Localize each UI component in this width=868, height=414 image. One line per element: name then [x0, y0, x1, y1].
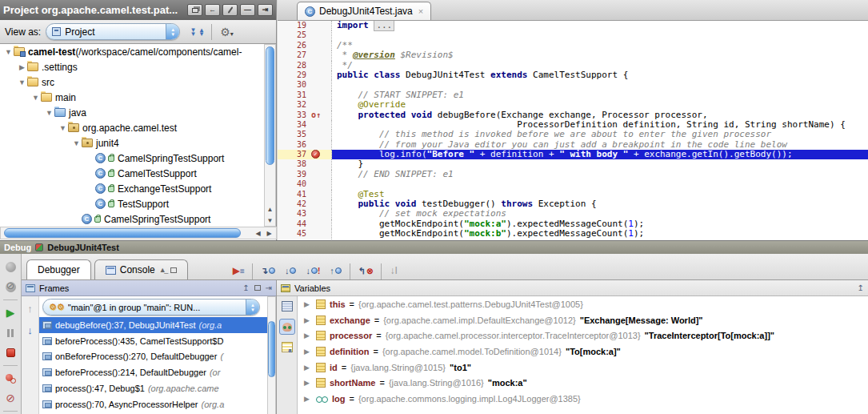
- collapse-arrow-icon[interactable]: ▼: [17, 78, 27, 86]
- collapse-arrow-icon[interactable]: ▼: [71, 139, 82, 147]
- mute-breakpoints-button[interactable]: ⊘: [0, 388, 21, 408]
- breakpoint-icon[interactable]: ✓: [311, 150, 320, 159]
- scroll-down-button[interactable]: ▼: [265, 215, 275, 226]
- show-execution-point-button[interactable]: ▶≡: [233, 262, 244, 279]
- restore-icon[interactable]: ↥: [242, 283, 249, 292]
- tree-item[interactable]: CCamelSpringTestSupport: [0, 151, 264, 166]
- settings-gear-button[interactable]: ⚙▾: [220, 26, 234, 38]
- scrollbar-thumb[interactable]: [268, 321, 275, 377]
- variable-item[interactable]: ▶shortName = {java.lang.String@1016}"moc…: [298, 375, 868, 391]
- step-over-button[interactable]: ↴: [261, 262, 275, 279]
- pause-button[interactable]: [0, 323, 21, 343]
- frame-item[interactable]: beforeProcess():214, DefaultDebugger (or: [39, 364, 267, 380]
- debug-title-bar[interactable]: Debug DebugJUnit4Test: [0, 241, 868, 254]
- collapse-arrow-icon[interactable]: ▼: [30, 94, 41, 102]
- scroll-up-button[interactable]: ▲: [265, 204, 275, 215]
- restore-icon[interactable]: ↥: [858, 283, 864, 292]
- float-window-button[interactable]: [187, 4, 202, 16]
- variables-header[interactable]: Variables ↥: [277, 280, 868, 296]
- stop-button[interactable]: [0, 343, 21, 363]
- project-title-bar[interactable]: Project org.apache.camel.test.pat... ← —…: [0, 0, 276, 20]
- variable-item[interactable]: ▶log = {org.apache.commons.logging.impl.…: [298, 391, 868, 407]
- tree-item[interactable]: CCamelTestSupport: [0, 166, 264, 181]
- variable-item[interactable]: ▶definition = {org.apache.camel.model.To…: [298, 344, 868, 360]
- evaluate-expression-button[interactable]: [282, 301, 293, 312]
- float-panel-icon[interactable]: [254, 285, 261, 291]
- expand-arrow-icon[interactable]: ▶: [304, 332, 312, 340]
- float-console-icon[interactable]: [170, 267, 177, 273]
- view-breakpoints-button[interactable]: [0, 368, 21, 388]
- code-editor[interactable]: 19import ...2526/**27 * @version $Revisi…: [278, 21, 868, 240]
- value-icon: [316, 331, 326, 340]
- collapse-arrow-icon[interactable]: ▼: [44, 109, 54, 117]
- tree-item[interactable]: ▼org.apache.camel.test: [0, 120, 264, 135]
- expand-arrow-icon[interactable]: ▶: [304, 364, 312, 372]
- dock-button[interactable]: ⇥: [258, 4, 273, 16]
- resume-button[interactable]: ▶: [0, 303, 21, 323]
- variable-item[interactable]: ▶processor = {org.apache.camel.processor…: [298, 328, 868, 344]
- previous-frame-button[interactable]: ↑: [27, 303, 33, 315]
- expand-all-button[interactable]: ▾▾: [191, 28, 195, 36]
- tab-debugger[interactable]: Debugger: [26, 259, 91, 279]
- expand-arrow-icon[interactable]: ▶: [304, 379, 312, 387]
- tree-item[interactable]: ▶.settings: [0, 59, 264, 74]
- variable-item[interactable]: ▶this = {org.apache.camel.test.patterns.…: [298, 296, 868, 312]
- frame-item[interactable]: beforeProcess():435, CamelTestSupport$D: [39, 333, 267, 349]
- step-into-button[interactable]: ↓: [285, 262, 297, 279]
- tree-item[interactable]: ▼src: [0, 74, 264, 90]
- pop-frame-button[interactable]: ↰⊗: [358, 262, 374, 279]
- variable-item[interactable]: ▶id = {java.lang.String@1015}"to1": [298, 360, 868, 376]
- run-to-cursor-button[interactable]: ↓I: [390, 262, 397, 279]
- scrollbar-thumb[interactable]: [4, 228, 241, 238]
- scroll-left-button[interactable]: ◀: [253, 228, 263, 239]
- tree-item[interactable]: ▼junit4: [0, 135, 264, 151]
- tree-item[interactable]: ▼java: [0, 105, 264, 120]
- next-frame-button[interactable]: ↓: [27, 324, 33, 336]
- expand-arrow-icon[interactable]: ▶: [304, 348, 312, 356]
- watches-button[interactable]: [279, 319, 295, 335]
- settings-wand-button[interactable]: [222, 4, 238, 16]
- step-out-button[interactable]: ↑: [330, 262, 342, 279]
- collapse-arrow-icon[interactable]: ▼: [3, 48, 14, 56]
- close-tab-icon[interactable]: ×: [418, 6, 423, 16]
- frame-item[interactable]: onBeforeProcess():270, DefaultDebugger (: [39, 349, 267, 365]
- project-tree[interactable]: ▼camel-test (/workspace/camel/components…: [0, 44, 264, 227]
- expand-arrow-icon[interactable]: ▶: [304, 316, 312, 324]
- force-step-into-button[interactable]: ↓!: [306, 262, 320, 279]
- frame-item[interactable]: process():47, Debug$1 (org.apache.came: [39, 380, 267, 396]
- frame-item[interactable]: debugBefore():37, DebugJUnit4Test (org.a: [39, 317, 267, 333]
- editor-tab-debugjunit4test[interactable]: C DebugJUnit4Test.java ×: [297, 2, 431, 20]
- rerun-button[interactable]: [0, 257, 21, 277]
- tree-horizontal-scrollbar[interactable]: ◀ ▶: [0, 227, 277, 239]
- scroll-from-source-button[interactable]: ←: [205, 4, 220, 16]
- sort-alphabetically-button[interactable]: [282, 342, 293, 352]
- expand-arrow-icon[interactable]: ▶: [17, 63, 27, 71]
- expand-arrow-icon[interactable]: ▶: [304, 395, 312, 403]
- tree-item[interactable]: ▼camel-test (/workspace/camel/components…: [0, 44, 264, 59]
- tab-console[interactable]: Console ▲̲: [94, 259, 188, 279]
- variable-item[interactable]: ▶exchange = {org.apache.camel.impl.Defau…: [298, 312, 868, 328]
- scroll-right-button[interactable]: ▶: [264, 228, 274, 239]
- collapse-all-button[interactable]: ▴▾: [200, 28, 204, 36]
- frames-vertical-scrollbar[interactable]: [267, 296, 276, 414]
- collapse-arrow-icon[interactable]: ▼: [58, 124, 68, 132]
- tree-vertical-scrollbar[interactable]: ▲ ▼: [264, 44, 276, 227]
- tree-item[interactable]: CCamelSpringTestSupport: [0, 211, 264, 227]
- scroll-to-end-icon[interactable]: ▲̲: [159, 266, 166, 274]
- scrollbar-thumb[interactable]: [266, 46, 274, 165]
- view-as-select[interactable]: Project ▲▼: [46, 23, 180, 40]
- tree-item[interactable]: CExchangeTestSupport: [0, 181, 264, 196]
- tree-item[interactable]: ▼main: [0, 90, 264, 105]
- dock-panel-icon[interactable]: ⇥: [266, 283, 272, 292]
- overrides-icon[interactable]: o↑: [311, 111, 321, 119]
- tree-item[interactable]: CTestSupport: [0, 196, 264, 211]
- frames-header[interactable]: Frames ↥ ⇥: [22, 280, 276, 296]
- code-token: );: [634, 219, 644, 229]
- frame-item[interactable]: process():70, AsyncProcessorHelper (org.…: [39, 396, 267, 412]
- folded-region[interactable]: ...: [374, 21, 394, 31]
- thread-select[interactable]: ⚙⚙ "main"@1 in group "main": RUN... ▲▼: [42, 299, 260, 316]
- expand-arrow-icon[interactable]: ▶: [304, 300, 312, 308]
- minimize-button[interactable]: —: [240, 4, 255, 16]
- code-token: // set mock expectations: [337, 208, 506, 219]
- stop-rerun-button[interactable]: [0, 277, 21, 297]
